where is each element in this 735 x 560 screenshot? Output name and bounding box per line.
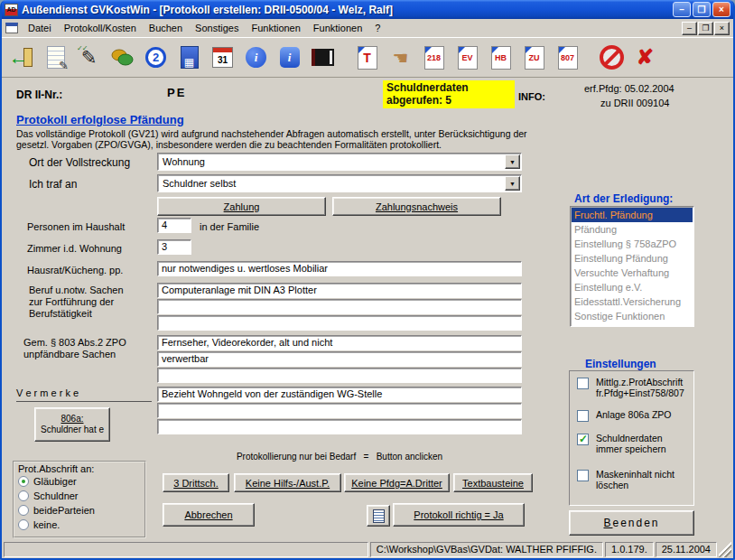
menu-item-funktionen-1[interactable]: Funktionen <box>245 21 306 35</box>
zpo-input-1[interactable]: Fernseher, Videorekorder, alt und nicht <box>157 335 522 350</box>
keine-hilfs-button[interactable]: Keine Hilfs-/Aust.P. <box>234 473 341 492</box>
erledigung-label: Art der Erledigung: <box>574 192 673 205</box>
zimmer-input[interactable]: 3 <box>157 239 191 255</box>
zpo-input-2[interactable]: verwertbar <box>157 351 522 367</box>
document-icon-button[interactable] <box>367 505 390 527</box>
maximize-icon[interactable]: ❐ <box>693 2 711 17</box>
minimize-icon[interactable]: – <box>673 2 691 17</box>
mdi-document-icon[interactable] <box>5 23 18 33</box>
list-item-einstellung-758a[interactable]: Einstellung § 758aZPO <box>572 237 693 251</box>
chevron-down-icon[interactable]: ▼ <box>505 176 520 191</box>
vermerke-input-3[interactable] <box>157 419 522 434</box>
hand-icon[interactable]: ☚ <box>386 41 415 75</box>
menu-item-buchen[interactable]: Buchen <box>143 21 189 35</box>
keine-pfdg-dritter-button[interactable]: Keine Pfdg=A.Dritter <box>344 473 450 492</box>
resize-grip[interactable] <box>719 542 731 557</box>
cancel-x-icon[interactable]: ✘ <box>630 41 660 75</box>
hausrat-input[interactable]: nur notwendiges u. wertloses Mobiliar <box>157 261 522 276</box>
section-heading: Protokoll erfolglose Pfändung <box>16 113 184 126</box>
exit-icon[interactable]: ← <box>7 41 37 75</box>
erledigung-listbox: Fruchtl. Pfändung Pfändung Einstellung §… <box>570 206 694 327</box>
dr-ii-label: DR II-Nr.: <box>16 89 62 101</box>
info-label: INFO: <box>518 91 545 102</box>
806a-button[interactable]: 806a: Schuldner hat e <box>34 407 110 442</box>
two-badge-icon[interactable]: 2 <box>141 41 171 75</box>
close-icon[interactable]: × <box>712 2 730 17</box>
checkbox-anlage-806a[interactable]: Anlage 806a ZPO <box>577 409 689 420</box>
beenden-button[interactable]: Beenden <box>569 510 694 536</box>
personen-input[interactable]: 4 <box>157 218 191 233</box>
radio-schuldner[interactable]: Schuldner <box>18 490 79 501</box>
zahlungsnachweis-button[interactable]: Zahlungsnachweis <box>332 197 501 216</box>
beruf-input-1[interactable]: Computeranlage mit DIN A3 Plotter <box>157 283 522 298</box>
zahlung-button[interactable]: Zahlung <box>157 197 326 216</box>
list-item-sonstige-funktionen[interactable]: Sonstige Funktionen <box>572 309 693 323</box>
checkbox-schuldnerdaten-speichern[interactable]: Schuldnerdaten immer speichern <box>577 433 689 454</box>
radio-dot-icon <box>18 476 29 487</box>
vermerke-input-1[interactable]: Bezieht Wohngeld von der zuständigen WG-… <box>157 387 522 402</box>
familie-label: in der Familie <box>200 221 259 232</box>
form-807-icon[interactable]: 807 <box>553 41 582 75</box>
traf-combobox-value: Schuldner selbst <box>163 178 236 189</box>
status-date: 25.11.2004 <box>656 542 717 557</box>
status-bar: C:\Workshop\GVBas\GVDat: WALTHER PFIFFIG… <box>2 541 733 558</box>
info-circle-icon[interactable]: i <box>241 41 271 75</box>
menu-item-datei[interactable]: Datei <box>22 21 58 35</box>
list-item-versuchte-verhaftung[interactable]: Versuchte Verhaftung <box>572 266 693 280</box>
dr-ii-value: PE <box>167 86 186 99</box>
chevron-down-icon[interactable]: ▼ <box>505 154 520 169</box>
menu-bar: Datei Protokoll/Kosten Buchen Sonstiges … <box>2 19 733 37</box>
alert-line2: abgerufen: 5 <box>386 94 511 107</box>
protokoll-richtig-button[interactable]: Protokoll richtig = Ja <box>393 503 525 527</box>
list-item-fruchtl-pfaendung[interactable]: Fruchtl. Pfändung <box>572 208 693 222</box>
beruf-input-2[interactable] <box>157 299 522 314</box>
form-zu-icon[interactable]: ZU <box>519 41 549 75</box>
radio-glaeubiger[interactable]: Gläubiger <box>18 476 77 487</box>
ort-combobox[interactable]: Wohnung ▼ <box>157 153 522 171</box>
drittsch-button[interactable]: 3 Drittsch. <box>163 473 229 492</box>
list-item-einstellung-pfaendung[interactable]: Einstellung Pfändung <box>572 251 693 266</box>
abbrechen-button[interactable]: Abbrechen <box>163 503 255 527</box>
list-item-pfaendung[interactable]: Pfändung <box>572 222 693 237</box>
checkbox-mittlg-protabschrift[interactable]: Mittlg.z.ProtAbschrift fr.Pfdg+Einst758/… <box>577 377 689 398</box>
zpo-input-3[interactable] <box>157 368 522 383</box>
zpo-label: Gem. § 803 Abs.2 ZPO unpfändbare Sachen <box>23 337 126 360</box>
textbausteine-button[interactable]: Textbausteine <box>453 473 533 492</box>
protocol-pad-icon[interactable]: ✎ <box>41 41 70 75</box>
checkbox-icon <box>577 378 589 389</box>
radio-dot-icon <box>18 490 29 501</box>
no-entry-icon[interactable] <box>597 41 627 75</box>
mdi-minimize-icon[interactable]: – <box>682 22 697 35</box>
list-item-einstellung-ev[interactable]: Einstellung e.V. <box>572 280 693 294</box>
vermerke-input-2[interactable] <box>157 403 522 418</box>
edit-pencil-icon[interactable]: ✓✓✎ <box>74 41 104 75</box>
menu-item-help[interactable]: ? <box>368 21 386 35</box>
info-square-icon[interactable]: i <box>274 41 304 75</box>
list-item-eidesstattl[interactable]: Eidesstattl.Versicherung <box>572 294 693 309</box>
toolbar: ← ✎ ✓✓✎ 2 ▦ 31 i i T ☚ 218 EV HB ZU 807 … <box>2 37 733 78</box>
mdi-restore-icon[interactable]: ❐ <box>698 22 713 35</box>
checkbox-icon <box>577 470 589 481</box>
menu-item-protokoll-kosten[interactable]: Protokoll/Kosten <box>58 21 143 35</box>
book-icon[interactable] <box>308 41 338 75</box>
coins-icon[interactable] <box>107 41 137 75</box>
calendar-icon[interactable]: 31 <box>208 41 237 75</box>
mdi-close-icon[interactable]: × <box>714 22 730 35</box>
document-icon <box>373 509 385 523</box>
beruf-input-3[interactable] <box>157 315 522 331</box>
form-hb-icon[interactable]: HB <box>486 41 516 75</box>
radio-dot-icon <box>18 505 29 516</box>
abschrift-label: Prot.Abschrift an: <box>18 463 94 474</box>
menu-item-funktionen-2[interactable]: Funktionen <box>307 21 368 35</box>
traf-combobox[interactable]: Schuldner selbst ▼ <box>157 174 522 192</box>
form-t-icon[interactable]: T <box>352 41 382 75</box>
hausrat-label: Hausrat/Kücheng. pp. <box>27 265 123 275</box>
checkbox-maskeninhalt[interactable]: Maskeninhalt nicht löschen <box>577 469 689 490</box>
form-218-icon[interactable]: 218 <box>419 41 449 75</box>
calculator-icon[interactable]: ▦ <box>174 41 204 75</box>
app-window: AD Außendienst GVKostWin - [Protokoll er… <box>0 0 735 560</box>
radio-beideparteien[interactable]: beideParteien <box>18 505 95 516</box>
form-ev-icon[interactable]: EV <box>452 41 482 75</box>
menu-item-sonstiges[interactable]: Sonstiges <box>189 21 245 35</box>
radio-keine[interactable]: keine. <box>18 519 60 530</box>
